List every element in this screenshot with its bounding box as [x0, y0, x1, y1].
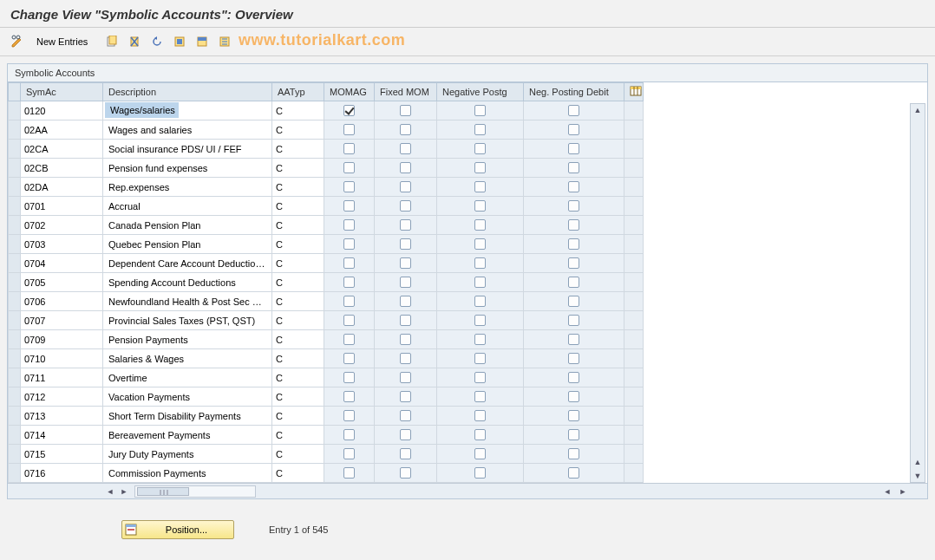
aatyp-input[interactable]	[272, 369, 324, 387]
symac-input[interactable]	[21, 331, 102, 348]
neg_debit-checkbox[interactable]	[568, 277, 579, 288]
aatyp-input[interactable]	[272, 274, 324, 291]
neg_debit-checkbox[interactable]	[568, 429, 579, 440]
neg_postg-checkbox[interactable]	[474, 124, 486, 135]
symac-input[interactable]	[21, 446, 102, 463]
momag-checkbox[interactable]	[343, 124, 355, 135]
neg_postg-checkbox[interactable]	[474, 410, 486, 421]
neg_debit-checkbox[interactable]	[568, 219, 579, 231]
momag-checkbox[interactable]	[343, 429, 355, 440]
symac-input[interactable]	[21, 255, 102, 272]
description-cell[interactable]: Accrual	[103, 199, 271, 214]
description-cell[interactable]: Social insurance PDS/ UI / FEF	[103, 141, 271, 157]
momag-checkbox[interactable]	[343, 315, 355, 326]
neg_postg-checkbox[interactable]	[474, 162, 486, 173]
neg_postg-checkbox[interactable]	[474, 238, 486, 250]
row-selector[interactable]	[9, 292, 21, 311]
symac-input[interactable]	[21, 407, 102, 425]
fixed_mom-checkbox[interactable]	[400, 257, 411, 269]
description-cell[interactable]: Quebec Pension Plan	[103, 237, 271, 252]
neg_debit-checkbox[interactable]	[568, 105, 579, 116]
col-momag[interactable]: MOMAG	[324, 83, 375, 101]
vertical-scrollbar[interactable]: ▲ ▲ ▼	[910, 103, 925, 483]
neg_postg-checkbox[interactable]	[474, 315, 486, 326]
neg_postg-checkbox[interactable]	[474, 353, 486, 364]
symac-input[interactable]	[21, 388, 102, 406]
fixed_mom-checkbox[interactable]	[400, 219, 411, 231]
fixed_mom-checkbox[interactable]	[400, 296, 411, 307]
momag-checkbox[interactable]	[343, 277, 355, 288]
symac-input[interactable]	[21, 179, 102, 196]
momag-checkbox[interactable]	[343, 238, 355, 250]
scroll-right-icon[interactable]: ►	[117, 485, 131, 498]
neg_postg-checkbox[interactable]	[474, 429, 486, 440]
symac-input[interactable]	[21, 465, 102, 482]
momag-checkbox[interactable]	[343, 467, 355, 479]
row-selector[interactable]	[9, 254, 21, 273]
momag-checkbox[interactable]	[343, 181, 355, 192]
aatyp-input[interactable]	[272, 160, 324, 177]
momag-checkbox[interactable]	[343, 200, 355, 212]
description-cell[interactable]: Pension fund expenses	[103, 160, 271, 176]
description-cell[interactable]: Rep.expenses	[103, 179, 271, 195]
new-entries-button[interactable]: New Entries	[36, 36, 88, 47]
neg_debit-checkbox[interactable]	[568, 391, 579, 402]
row-selector[interactable]	[9, 349, 21, 368]
symac-input[interactable]	[21, 160, 102, 177]
neg_debit-checkbox[interactable]	[568, 143, 579, 154]
fixed_mom-checkbox[interactable]	[400, 277, 411, 288]
neg_debit-checkbox[interactable]	[568, 296, 579, 307]
row-selector[interactable]	[9, 311, 21, 330]
symac-input[interactable]	[21, 236, 102, 253]
hscroll-track[interactable]	[134, 485, 256, 498]
symac-input[interactable]	[21, 198, 102, 215]
row-selector[interactable]	[9, 445, 21, 464]
deselect-all-button[interactable]	[216, 33, 233, 50]
fixed_mom-checkbox[interactable]	[400, 105, 411, 116]
scroll-track[interactable]	[911, 116, 925, 456]
momag-checkbox[interactable]	[343, 391, 355, 402]
neg_postg-checkbox[interactable]	[474, 277, 486, 288]
fixed_mom-checkbox[interactable]	[400, 181, 411, 192]
aatyp-input[interactable]	[272, 312, 324, 329]
symac-input[interactable]	[21, 427, 102, 444]
fixed_mom-checkbox[interactable]	[400, 334, 411, 345]
scroll-left2-icon[interactable]: ◄	[880, 485, 894, 498]
neg_debit-checkbox[interactable]	[568, 257, 579, 269]
fixed_mom-checkbox[interactable]	[400, 238, 411, 250]
scroll-left-icon[interactable]: ◄	[103, 485, 117, 498]
neg_postg-checkbox[interactable]	[474, 105, 486, 116]
fixed_mom-checkbox[interactable]	[400, 448, 411, 459]
aatyp-input[interactable]	[272, 102, 324, 120]
aatyp-input[interactable]	[272, 198, 324, 215]
momag-checkbox[interactable]	[343, 143, 355, 154]
undo-change-button[interactable]	[148, 33, 166, 50]
momag-checkbox[interactable]	[343, 410, 355, 421]
description-cell[interactable]: Bereavement Payments	[103, 427, 271, 443]
neg_postg-checkbox[interactable]	[474, 448, 486, 459]
neg_debit-checkbox[interactable]	[568, 448, 579, 459]
neg_debit-checkbox[interactable]	[568, 124, 579, 135]
description-cell[interactable]: Vacation Payments	[103, 389, 271, 405]
neg_debit-checkbox[interactable]	[568, 181, 579, 192]
description-cell[interactable]: Overtime	[103, 370, 271, 386]
row-selector[interactable]	[9, 159, 21, 178]
description-cell[interactable]: Provincial Sales Taxes (PST, QST)	[103, 313, 271, 329]
momag-checkbox[interactable]	[343, 257, 355, 269]
neg_debit-checkbox[interactable]	[568, 372, 579, 383]
fixed_mom-checkbox[interactable]	[400, 467, 411, 479]
symac-input[interactable]	[21, 121, 102, 139]
description-cell[interactable]: Short Term Disability Payments	[103, 408, 271, 424]
fixed_mom-checkbox[interactable]	[400, 200, 411, 212]
col-aatyp[interactable]: AATyp	[272, 83, 324, 101]
neg_postg-checkbox[interactable]	[474, 334, 486, 345]
symac-input[interactable]	[21, 293, 102, 310]
description-cell[interactable]: Newfoundland Health & Post Sec E…	[103, 294, 271, 309]
momag-checkbox[interactable]	[343, 448, 355, 459]
fixed_mom-checkbox[interactable]	[400, 410, 411, 421]
scroll-down-icon[interactable]: ▼	[911, 470, 925, 482]
neg_postg-checkbox[interactable]	[474, 219, 486, 231]
fixed_mom-checkbox[interactable]	[400, 372, 411, 383]
aatyp-input[interactable]	[272, 293, 324, 310]
select-block-button[interactable]	[193, 33, 211, 50]
